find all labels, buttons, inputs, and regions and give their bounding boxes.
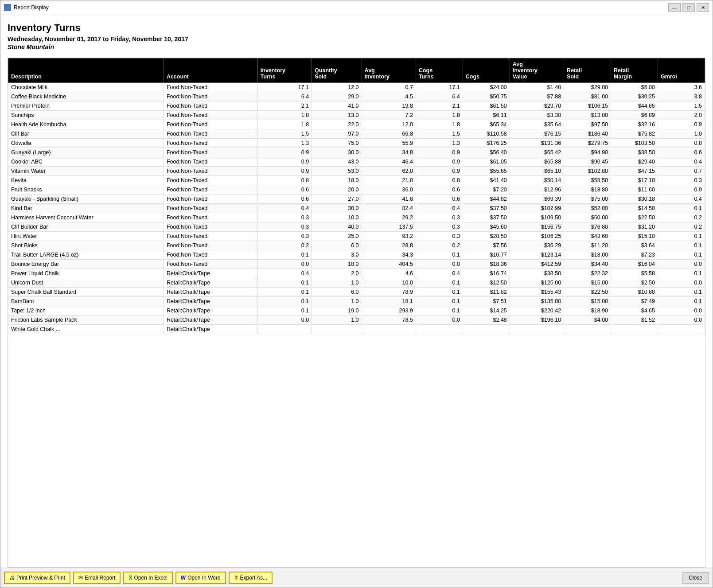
table-cell: 0.3 [257,232,312,241]
table-cell: 18.0 [312,260,362,269]
table-cell: Food:Non-Taxed [164,129,257,139]
email-report-button[interactable]: ✉ Email Report [73,572,121,584]
table-cell: $22.32 [564,269,611,278]
table-cell: $22.50 [611,213,658,222]
table-cell: $125.00 [510,278,564,288]
table-cell: $7.49 [611,297,658,306]
table-cell: $11.82 [463,288,510,297]
table-cell: $37.50 [463,204,510,213]
table-cell: 0.6 [416,185,463,195]
table-cell: Food:Non-Taxed [164,120,257,129]
table-row: White Gold Chalk ...Retail:Chalk/Tape [8,325,705,334]
table-cell: $10.68 [611,288,658,297]
table-cell: Power Liquid Chalk [8,269,164,278]
app-icon [4,4,11,11]
table-cell [658,325,705,334]
table-cell: $43.60 [564,232,611,241]
table-cell: Food:Non-Taxed [164,176,257,185]
table-cell: White Gold Chalk ... [8,325,164,334]
table-cell: $22.50 [564,288,611,297]
table-header-row: Description Account InventoryTurns Quant… [8,58,705,83]
header-avg-inventory-value: AvgInventoryValue [510,58,564,83]
inventory-table: Description Account InventoryTurns Quant… [8,58,705,334]
table-cell: Harmless Harvest Coconut Water [8,213,164,222]
table-cell: 46.4 [362,157,416,167]
table-cell: $102.99 [510,204,564,213]
open-excel-button[interactable]: X Open In Excel [123,572,172,584]
close-window-button[interactable]: ✕ [697,3,709,12]
table-cell: $7.20 [463,185,510,195]
titlebar-left: Report Display [4,4,49,11]
table-cell: 2.0 [658,111,705,120]
table-cell: 0.0 [257,315,312,325]
table-cell: 29.0 [312,92,362,101]
open-word-button[interactable]: W Open In Word [175,572,226,584]
table-cell: 404.5 [362,260,416,269]
table-cell: 3.6 [658,83,705,92]
table-cell: $18.80 [564,185,611,195]
table-cell: 0.4 [257,204,312,213]
table-cell: $30.25 [611,92,658,101]
table-cell: $1.40 [510,83,564,92]
table-cell: BamBam [8,297,164,306]
table-cell: 78.5 [362,315,416,325]
table-cell: 0.8 [416,176,463,185]
table-cell: 0.2 [658,213,705,222]
table-cell: 10.0 [312,213,362,222]
table-cell: $65.10 [510,167,564,176]
table-cell: 53.0 [312,167,362,176]
print-preview-button[interactable]: 🖨 Print Preview & Print [4,572,70,584]
table-cell: Bounce Energy Bar [8,260,164,269]
header-account: Account [164,58,257,83]
table-cell: Food:Non-Taxed [164,250,257,260]
table-cell: 3.8 [658,92,705,101]
export-as-button[interactable]: ⬆ Export As... [229,572,273,584]
table-cell: $65.88 [510,157,564,167]
table-cell: $3.64 [611,241,658,250]
table-cell: $5.00 [611,83,658,92]
table-cell [463,325,510,334]
table-cell: Food:Non-Taxed [164,83,257,92]
minimize-button[interactable]: — [668,3,681,12]
table-cell: 1.8 [416,111,463,120]
table-cell: 0.8 [257,176,312,185]
table-cell: Guayaki - Sparkling (Small) [8,195,164,204]
table-cell: $4.65 [611,306,658,315]
table-cell: 0.3 [257,222,312,232]
content-area: Inventory Turns Wednesday, November 01, … [0,15,713,568]
table-container[interactable]: Description Account InventoryTurns Quant… [8,58,705,568]
table-cell: $24.00 [463,83,510,92]
table-row: Clif Builder BarFood:Non-Taxed0.340.0137… [8,222,705,232]
table-cell: 34.8 [362,148,416,157]
table-cell: Kevita [8,176,164,185]
table-row: Fruit SnacksFood:Non-Taxed0.620.036.00.6… [8,185,705,195]
table-cell: $14.50 [611,204,658,213]
table-cell: 0.2 [658,222,705,232]
table-cell [510,325,564,334]
table-cell: 1.0 [658,129,705,139]
table-cell: $123.14 [510,250,564,260]
maximize-button[interactable]: □ [682,3,695,12]
table-cell: $55.65 [463,167,510,176]
close-button[interactable]: Close [682,572,709,584]
table-cell: 0.1 [257,306,312,315]
table-cell: 0.6 [658,148,705,157]
table-cell: 0.0 [658,260,705,269]
table-cell: $37.50 [463,213,510,222]
table-cell: Retail:Chalk/Tape [164,315,257,325]
header-retail-margin: RetailMargin [611,58,658,83]
table-cell: Retail:Chalk/Tape [164,297,257,306]
table-cell: 66.8 [362,129,416,139]
table-row: Health Ade KombuchaFood:Non-Taxed1.822.0… [8,120,705,129]
table-cell: 82.4 [362,204,416,213]
table-cell: 0.4 [658,195,705,204]
table-cell: $7.51 [463,297,510,306]
table-cell: 3.0 [312,250,362,260]
table-cell: Clif Builder Bar [8,222,164,232]
table-cell: 0.1 [257,278,312,288]
table-cell: 19.8 [362,101,416,111]
table-row: Tape: 1/2 inchRetail:Chalk/Tape0.119.029… [8,306,705,315]
table-cell: $15.00 [564,297,611,306]
table-cell: Food:Non-Taxed [164,157,257,167]
table-cell: 78.9 [362,288,416,297]
